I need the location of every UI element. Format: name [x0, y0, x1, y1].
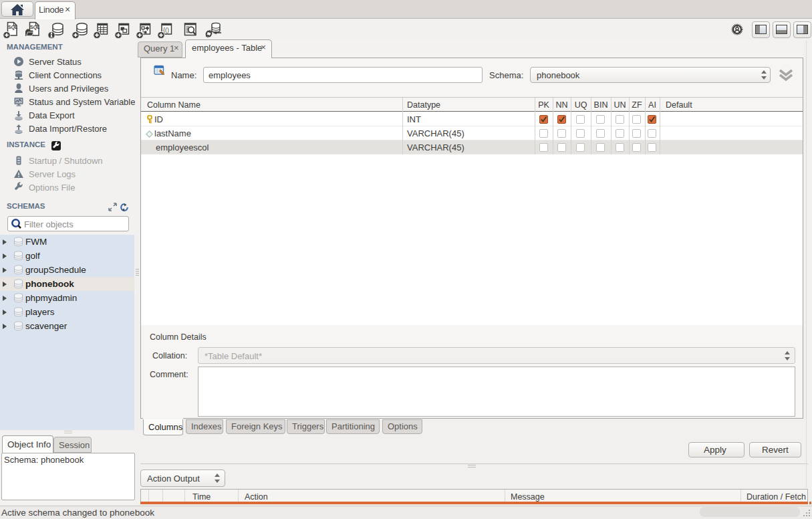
- svg-text:SQL: SQL: [8, 25, 18, 30]
- svg-text:{(): {(): [163, 27, 169, 33]
- svg-text:SQL: SQL: [30, 25, 40, 30]
